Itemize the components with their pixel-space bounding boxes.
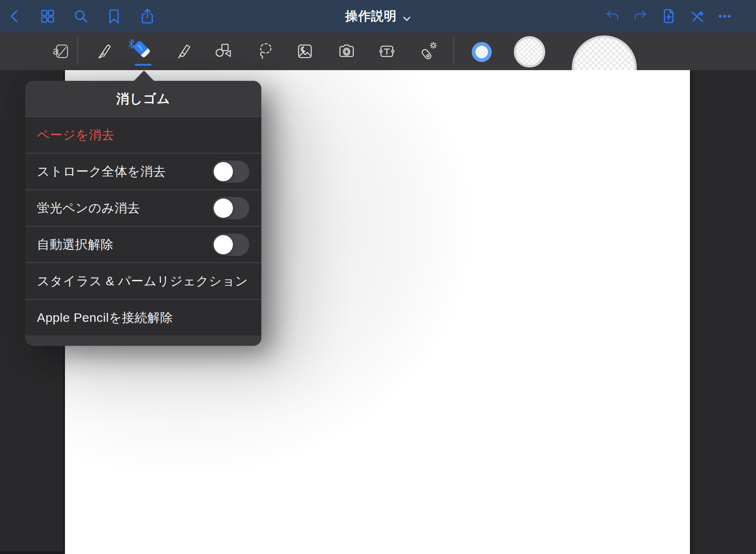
canvas-right-margin [690,70,756,554]
pen-tool[interactable] [94,41,114,62]
undo-icon [604,8,621,24]
image-tool[interactable] [295,41,315,62]
shapes-icon [213,41,234,61]
auto-deselect-label: 自動選択解除 [37,236,113,253]
page-template-tool[interactable]: a [51,41,71,62]
lasso-tool[interactable] [256,41,276,62]
pen-disabled-icon [688,8,705,24]
nav-right-group [604,0,756,32]
eraser-popup: 消しゴム ページを消去 ストローク全体を消去 蛍光ペンのみ消去 自動選択解除 ス… [25,81,261,346]
toolbar-separator [453,38,454,65]
laser-pointer-icon [417,41,438,62]
redo-button[interactable] [632,8,649,25]
more-icon [717,8,733,24]
camera-tool[interactable] [336,41,357,62]
nav-bar: 操作説明 [0,0,756,32]
more-button[interactable] [716,8,733,25]
disconnect-apple-pencil-item[interactable]: Apple Pencilを接続解除 [25,299,261,336]
selected-tool-underline [135,64,152,66]
toolbar-separator [77,38,78,65]
undo-button[interactable] [604,8,621,25]
eraser-tool[interactable] [129,38,158,66]
auto-deselect-item: 自動選択解除 [25,226,261,262]
add-page-button[interactable] [660,8,677,25]
tool-bar: a [0,32,756,70]
erase-highlighter-only-toggle[interactable] [212,197,249,219]
disconnect-apple-pencil-label: Apple Pencilを接続解除 [37,309,173,326]
erase-page-item[interactable]: ページを消去 [25,116,261,153]
eraser-size-large[interactable] [572,35,637,70]
lasso-icon [256,41,276,62]
toggle-knob [214,235,233,254]
popup-header: 消しゴム [25,81,261,116]
highlighter-tool[interactable] [173,41,193,62]
text-box-icon [377,41,397,61]
stylus-palm-rejection-label: スタイラス & パームリジェクション [37,273,248,290]
page-bottom-edge [0,551,65,554]
shapes-tool[interactable] [213,41,234,62]
erase-whole-stroke-item: ストローク全体を消去 [25,153,261,189]
popup-footer [25,336,261,346]
camera-icon [337,41,357,61]
svg-text:a: a [53,45,59,57]
pen-icon [94,41,114,61]
chevron-down-icon [403,10,411,25]
eraser-size-small[interactable] [472,42,492,62]
erase-whole-stroke-toggle[interactable] [212,161,249,183]
toggle-knob [214,162,233,181]
stylus-palm-rejection-item[interactable]: スタイラス & パームリジェクション [25,262,261,299]
erase-highlighter-only-item: 蛍光ペンのみ消去 [25,189,261,226]
image-icon [295,41,315,61]
erase-whole-stroke-label: ストローク全体を消去 [37,163,166,180]
auto-deselect-toggle[interactable] [212,234,249,256]
popup-title: 消しゴム [116,90,170,107]
page-template-icon: a [51,41,71,61]
eraser-size-medium[interactable] [514,36,545,68]
toggle-knob [214,199,233,218]
readonly-pen-button[interactable] [688,8,705,25]
erase-highlighter-only-label: 蛍光ペンのみ消去 [37,200,140,217]
page-title: 操作説明 [345,8,397,25]
erase-page-label: ページを消去 [37,127,114,144]
add-page-icon [660,7,677,25]
bluetooth-icon [127,38,136,49]
laser-pointer-tool[interactable] [417,41,438,62]
redo-icon [632,8,649,24]
highlighter-icon [173,41,193,61]
text-tool[interactable] [377,41,397,62]
